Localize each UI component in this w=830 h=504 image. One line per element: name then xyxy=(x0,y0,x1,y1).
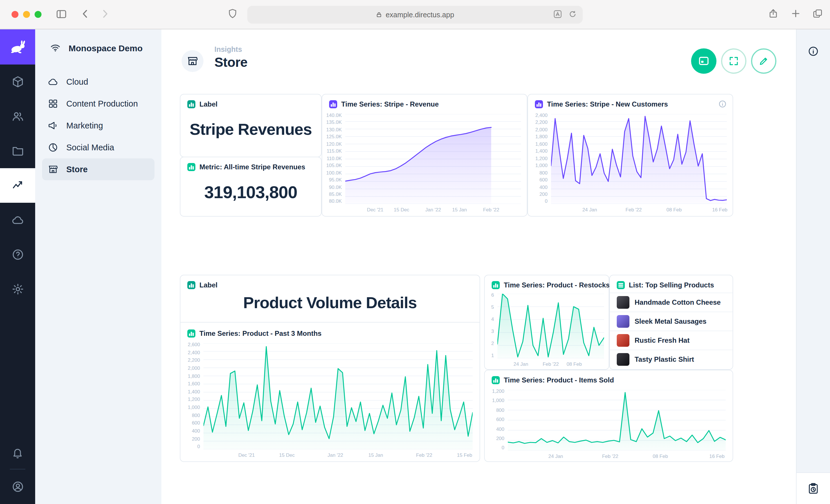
module-bar-divider xyxy=(10,469,25,469)
plot-area: Dec '2115 DecJan '2215 JanFeb '2215 Feb xyxy=(203,342,473,458)
panel-top-selling-products: List: Top Selling Products Handmade Cott… xyxy=(609,275,733,370)
panel-chart-icon xyxy=(329,100,337,108)
breadcrumb[interactable]: Insights xyxy=(215,45,242,54)
panel-product-volume: Label Product Volume Details Time Series… xyxy=(180,275,480,462)
share-icon[interactable] xyxy=(768,8,779,19)
module-cloud[interactable] xyxy=(0,203,35,237)
forward-icon[interactable] xyxy=(99,8,111,20)
url-text: example.directus.app xyxy=(386,11,454,19)
new-tab-plus-icon[interactable] xyxy=(790,8,801,19)
module-bar xyxy=(0,29,35,504)
product-past-3-months-chart: 2,6002,4002,2002,0001,8001,6001,4001,200… xyxy=(184,342,473,458)
y-axis-ticks: 1,2001,0008006004002000 xyxy=(488,389,508,459)
dashboard-main: Insights Store Label Stripe Revenues Met… xyxy=(161,29,796,504)
panel-chart-icon xyxy=(187,330,195,338)
tab-overview-icon[interactable] xyxy=(812,8,823,19)
panel-list-icon xyxy=(617,281,625,289)
cloud-icon xyxy=(48,77,58,87)
project-header[interactable]: Monospace Demo xyxy=(35,29,161,66)
y-axis-ticks: 2,4002,2002,0001,8001,6001,4001,2001,000… xyxy=(532,113,551,212)
product-list: Handmade Cotton Cheese Sleek Metal Sausa… xyxy=(610,293,733,369)
directus-app: Monospace Demo Cloud Content Production … xyxy=(0,29,830,504)
product-thumbnail xyxy=(617,353,630,366)
minimize-window-button[interactable] xyxy=(23,11,30,18)
panel-title: Time Series: Stripe - New Customers xyxy=(547,100,668,108)
y-axis-ticks: 140.0K135.0K130.0K125.0K120.0K115.0K110.… xyxy=(326,113,345,212)
edit-dashboard-button[interactable] xyxy=(751,48,776,74)
panel-info-icon[interactable] xyxy=(718,100,727,108)
sidebar-item-content-production[interactable]: Content Production xyxy=(42,93,155,114)
plot-area: 24 JanFeb '2208 Feb xyxy=(498,293,604,367)
product-items-sold-chart: 1,2001,000800600400200024 JanFeb '2208 F… xyxy=(488,389,726,459)
module-help[interactable] xyxy=(0,237,35,272)
project-name: Monospace Demo xyxy=(69,43,143,53)
right-sidebar xyxy=(796,29,830,504)
list-item[interactable]: Tasty Plastic Shirt xyxy=(610,349,733,369)
window-controls xyxy=(11,11,41,18)
sidebar-item-cloud[interactable]: Cloud xyxy=(42,71,155,93)
panel-divider xyxy=(181,322,480,323)
panel-chart-icon xyxy=(492,281,500,289)
metric-value: 319,103,800 xyxy=(185,182,316,202)
translate-icon[interactable] xyxy=(553,9,563,19)
plot-area: Dec '2115 DecJan '2215 JanFeb '22 xyxy=(345,113,521,212)
sidebar-item-label: Content Production xyxy=(66,99,138,108)
module-user-directory[interactable] xyxy=(0,99,35,134)
close-window-button[interactable] xyxy=(11,11,19,18)
list-item[interactable]: Handmade Cotton Cheese xyxy=(610,293,733,312)
panel-product-items-sold: Time Series: Product - Items Sold 1,2001… xyxy=(484,370,733,462)
activity-clipboard-button[interactable] xyxy=(796,472,830,504)
sidebar-item-label: Social Media xyxy=(66,143,114,152)
info-icon[interactable] xyxy=(807,45,819,57)
panel-product-restocks: Time Series: Product - Restocks 65432124… xyxy=(484,275,609,370)
label-text: Product Volume Details xyxy=(185,294,475,312)
navigation-sidebar: Monospace Demo Cloud Content Production … xyxy=(35,29,161,504)
panel-chart-icon xyxy=(187,100,195,108)
panel-title: Time Series: Product - Items Sold xyxy=(504,376,614,384)
back-icon[interactable] xyxy=(79,8,91,20)
list-item[interactable]: Sleek Metal Sausages xyxy=(610,312,733,331)
panel-label-stripe: Label Stripe Revenues xyxy=(180,94,322,157)
panel-title: Time Series: Product - Past 3 Months xyxy=(199,330,322,338)
stripe-revenue-chart: 140.0K135.0K130.0K125.0K120.0K115.0K110.… xyxy=(326,113,521,212)
pie-chart-icon xyxy=(48,142,58,153)
sidebar-item-marketing[interactable]: Marketing xyxy=(42,114,155,136)
panel-title: Label xyxy=(199,100,218,108)
zoom-window-button[interactable] xyxy=(35,11,41,18)
reload-icon[interactable] xyxy=(568,10,577,19)
product-name: Handmade Cotton Cheese xyxy=(635,298,721,306)
module-content[interactable] xyxy=(0,65,35,99)
browser-sidebar-toggle-icon[interactable] xyxy=(55,8,67,20)
panel-stripe-new-customers: Time Series: Stripe - New Customers 2,40… xyxy=(528,94,733,216)
sidebar-item-social-media[interactable]: Social Media xyxy=(42,136,155,158)
panel-title: Time Series: Product - Restocks xyxy=(504,281,610,289)
panel-title: List: Top Selling Products xyxy=(629,281,714,289)
address-bar[interactable]: example.directus.app xyxy=(247,6,583,24)
product-thumbnail xyxy=(617,334,630,347)
browser-chrome: example.directus.app xyxy=(0,0,830,29)
directus-rabbit-logo[interactable] xyxy=(0,29,35,65)
stripe-new-customers-chart: 2,4002,2002,0001,8001,6001,4001,2001,000… xyxy=(532,113,727,212)
panel-title: Metric: All-time Stripe Revenues xyxy=(199,163,305,171)
list-item[interactable]: Rustic Fresh Hat xyxy=(610,331,733,349)
lock-icon xyxy=(376,11,382,18)
product-name: Sleek Metal Sausages xyxy=(635,317,706,326)
sidebar-item-store[interactable]: Store xyxy=(42,158,155,180)
presentation-mode-button[interactable] xyxy=(691,48,716,74)
panel-title: Time Series: Stripe - Revenue xyxy=(341,100,439,108)
module-insights[interactable] xyxy=(0,168,35,203)
panel-chart-icon xyxy=(187,281,195,289)
account-avatar-icon[interactable] xyxy=(0,475,35,498)
module-settings[interactable] xyxy=(0,272,35,306)
panel-chart-icon xyxy=(535,100,543,108)
panel-stripe-revenue: Time Series: Stripe - Revenue 140.0K135.… xyxy=(322,94,528,216)
notifications-bell-icon[interactable] xyxy=(0,441,35,464)
sidebar-item-label: Cloud xyxy=(66,77,88,87)
module-files[interactable] xyxy=(0,134,35,168)
privacy-shield-icon[interactable] xyxy=(227,8,238,19)
product-name: Rustic Fresh Hat xyxy=(635,336,690,344)
fullscreen-button[interactable] xyxy=(721,48,746,74)
product-thumbnail xyxy=(617,296,630,309)
panel-metric-stripe: Metric: All-time Stripe Revenues 319,103… xyxy=(180,157,322,216)
panel-chart-icon xyxy=(187,163,195,171)
